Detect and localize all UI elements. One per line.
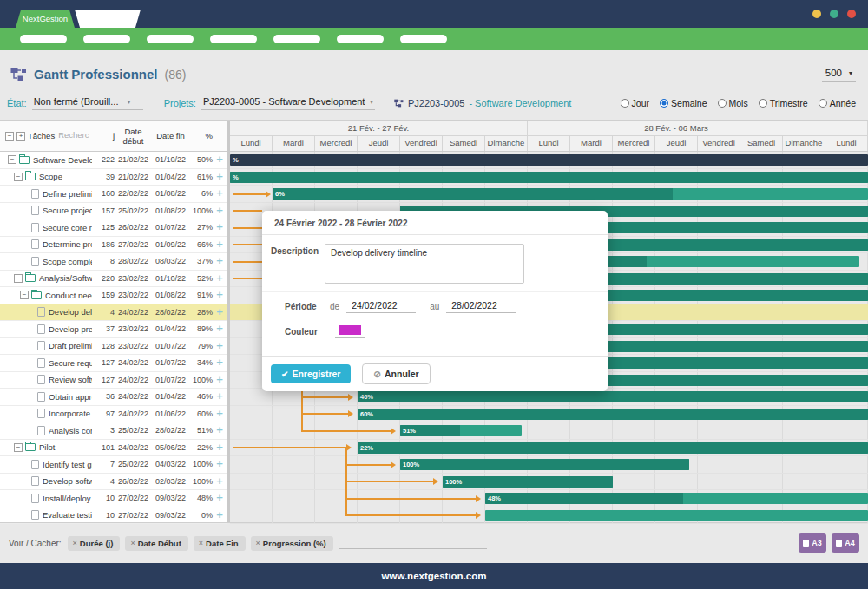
task-row[interactable]: −Software Develo...22221/02/2201/10/2250… [0, 152, 227, 169]
window-control-red[interactable] [847, 10, 856, 18]
column-chip[interactable]: ×Date Fin [194, 536, 246, 551]
nav-menu-placeholder[interactable] [337, 35, 384, 43]
task-row[interactable]: Review softwar...12724/02/2201/07/22100%… [0, 372, 227, 389]
task-row[interactable]: Secure core re...12526/02/2201/07/2227%+ [0, 219, 227, 237]
add-task-button[interactable]: + [213, 188, 227, 199]
nav-menu-placeholder[interactable] [273, 35, 320, 43]
task-row[interactable]: Develop delive...424/02/2228/02/2228%+ [0, 304, 227, 322]
gantt-bar[interactable]: 60% [358, 409, 868, 420]
nav-menu-placeholder[interactable] [20, 35, 67, 43]
col-progression[interactable]: % [189, 131, 213, 141]
col-date-fin[interactable]: Date fin [152, 131, 189, 141]
col-date-debut[interactable]: Date début [115, 127, 152, 146]
collapse-toggle[interactable]: − [20, 291, 29, 299]
add-task-button[interactable]: + [213, 324, 227, 334]
period-radio-mois[interactable]: Mois [718, 98, 748, 108]
description-textarea[interactable]: Develop delivery timeline [325, 244, 524, 284]
expand-all-button[interactable]: + [16, 132, 25, 141]
collapse-all-button[interactable]: − [5, 132, 14, 141]
add-task-button[interactable]: + [213, 459, 227, 469]
col-duree[interactable]: j [92, 131, 115, 141]
collapse-toggle[interactable]: − [14, 274, 23, 283]
search-input[interactable]: Rechercher... [58, 130, 89, 141]
gantt-bar[interactable]: 100% [443, 476, 613, 488]
task-row[interactable]: Identify test gro...725/02/2204/03/22100… [0, 456, 227, 474]
date-au-input[interactable]: 28/02/2022 [446, 300, 516, 313]
collapse-toggle[interactable]: − [14, 173, 23, 181]
task-row[interactable]: Scope complete828/02/2208/03/2237%+ [0, 253, 227, 271]
gantt-bar[interactable] [485, 510, 868, 521]
gantt-bar[interactable]: % [230, 172, 868, 183]
task-row[interactable]: Develop softwa...426/02/2202/03/22100%+ [0, 474, 227, 491]
nav-menu-placeholder[interactable] [83, 35, 130, 43]
add-task-button[interactable]: + [213, 154, 227, 165]
task-row[interactable]: Secure require...12724/02/2201/07/2234%+ [0, 355, 227, 372]
add-task-button[interactable]: + [213, 290, 227, 300]
add-task-button[interactable]: + [213, 425, 227, 435]
gantt-bar[interactable]: 100% [400, 459, 689, 470]
add-task-button[interactable]: + [213, 172, 227, 182]
add-task-button[interactable]: + [213, 239, 227, 250]
add-task-button[interactable]: + [213, 476, 227, 487]
zoom-select[interactable]: 500 ▾ [822, 68, 856, 82]
remove-icon[interactable]: × [73, 539, 77, 547]
task-row[interactable]: −Conduct needs...15923/02/2201/08/2291%+ [0, 287, 227, 304]
task-row[interactable]: Analysis compl...325/02/2228/02/2251%+ [0, 422, 227, 440]
period-radio-trimestre[interactable]: Trimestre [759, 98, 808, 108]
add-task-button[interactable]: + [213, 442, 227, 453]
etat-select[interactable]: Non fermé (Brouill... ▾ [32, 96, 143, 110]
gantt-bar[interactable]: 46% [358, 391, 868, 402]
nav-menu-placeholder[interactable] [210, 35, 257, 43]
project-link[interactable]: PJ2203-0005 - Software Development [394, 98, 571, 108]
task-row[interactable]: Incorporate fee...9724/02/2201/06/2260%+ [0, 406, 227, 423]
task-row[interactable]: Draft preliminar...12823/02/2201/07/2279… [0, 338, 227, 356]
add-task-button[interactable]: + [213, 307, 227, 317]
task-row[interactable]: Secure project ...15725/02/2201/08/22100… [0, 203, 227, 220]
column-chip[interactable]: ×Date Début [125, 536, 187, 551]
period-radio-année[interactable]: Année [819, 98, 856, 108]
nav-menu-placeholder[interactable] [400, 35, 447, 43]
add-task-button[interactable]: + [213, 375, 227, 385]
remove-icon[interactable]: × [130, 539, 135, 547]
add-task-button[interactable]: + [213, 206, 227, 216]
period-radio-semaine[interactable]: Semaine [660, 98, 707, 108]
gantt-bar[interactable]: 6% [273, 188, 868, 200]
add-task-button[interactable]: + [213, 357, 227, 368]
chip-input-line[interactable] [339, 537, 487, 549]
task-row[interactable]: Develop prelimi...3723/02/2201/04/2289%+ [0, 321, 227, 338]
gantt-bar[interactable]: 51% [400, 425, 522, 436]
add-task-button[interactable]: + [213, 391, 227, 402]
task-row[interactable]: −Pilot10124/02/2205/06/2222%+ [0, 440, 227, 457]
add-task-button[interactable]: + [213, 493, 227, 503]
save-button[interactable]: ✔Enregistrer [271, 364, 351, 383]
window-control-green[interactable] [830, 10, 838, 18]
remove-icon[interactable]: × [199, 539, 203, 547]
add-task-button[interactable]: + [213, 510, 227, 520]
gantt-bar[interactable]: 48% [485, 493, 868, 504]
column-chip[interactable]: ×Progression (%) [251, 536, 333, 551]
period-radio-jour[interactable]: Jour [621, 98, 649, 108]
remove-icon[interactable]: × [256, 539, 260, 547]
cancel-button[interactable]: ⊘Annuler [362, 363, 430, 384]
date-de-input[interactable]: 24/02/2022 [346, 300, 416, 313]
export-a4-button[interactable]: A4 [832, 533, 859, 553]
window-control-yellow[interactable] [812, 10, 821, 18]
add-task-button[interactable]: + [213, 341, 227, 351]
gantt-bar[interactable]: 22% [358, 442, 868, 454]
export-a3-button[interactable]: A3 [799, 533, 826, 553]
projets-select[interactable]: PJ2203-0005 - Software Development ▾ [201, 96, 375, 110]
add-task-button[interactable]: + [213, 409, 227, 419]
task-row[interactable]: Obtain approva...3624/02/2201/04/2246%+ [0, 389, 227, 406]
task-row[interactable]: Install/deploy s...1027/02/2209/03/2248%… [0, 490, 227, 507]
task-row[interactable]: Define prelimin...16022/02/2201/08/226%+ [0, 186, 227, 203]
task-row[interactable]: Evaluate testin...1027/02/2209/03/220%+ [0, 507, 227, 525]
document-tab[interactable] [75, 10, 141, 28]
nav-menu-placeholder[interactable] [147, 35, 194, 43]
gantt-bar[interactable]: % [230, 154, 868, 166]
task-row[interactable]: −Scope3921/02/2201/04/2261%+ [0, 169, 227, 187]
task-row[interactable]: −Analysis/Softwa...22023/02/2201/10/2252… [0, 271, 227, 288]
add-task-button[interactable]: + [213, 273, 227, 284]
color-picker[interactable] [335, 325, 365, 338]
collapse-toggle[interactable]: − [8, 155, 16, 164]
collapse-toggle[interactable]: − [14, 443, 23, 452]
